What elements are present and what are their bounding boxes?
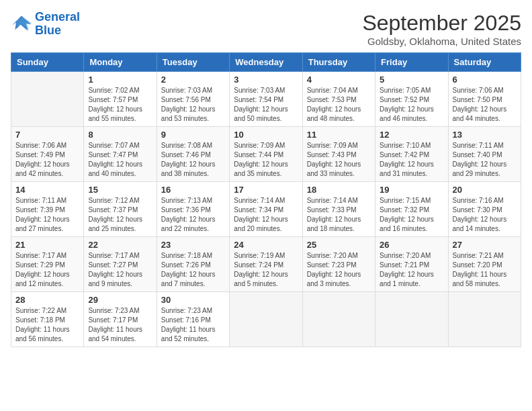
title-section: September 2025 Goldsby, Oklahoma, United… (362, 11, 521, 47)
day-info: Sunrise: 7:09 AM Sunset: 7:44 PM Dayligh… (234, 141, 298, 179)
day-info: Sunrise: 7:02 AM Sunset: 7:57 PM Dayligh… (88, 86, 152, 124)
calendar-cell: 30Sunrise: 7:23 AM Sunset: 7:16 PM Dayli… (157, 292, 229, 347)
calendar-cell: 4Sunrise: 7:04 AM Sunset: 7:53 PM Daylig… (302, 72, 375, 127)
calendar-cell (375, 292, 448, 347)
day-number: 4 (307, 75, 371, 85)
day-number: 30 (161, 295, 225, 305)
day-info: Sunrise: 7:12 AM Sunset: 7:37 PM Dayligh… (88, 196, 152, 234)
day-number: 17 (234, 185, 298, 195)
day-number: 20 (453, 185, 517, 195)
day-number: 25 (307, 240, 371, 250)
calendar-cell: 10Sunrise: 7:09 AM Sunset: 7:44 PM Dayli… (230, 127, 302, 182)
day-number: 11 (307, 130, 371, 140)
day-number: 3 (234, 75, 298, 85)
day-info: Sunrise: 7:05 AM Sunset: 7:52 PM Dayligh… (380, 86, 443, 124)
day-info: Sunrise: 7:21 AM Sunset: 7:20 PM Dayligh… (453, 251, 517, 289)
logo-text: General Blue (35, 11, 80, 38)
day-number: 15 (88, 185, 152, 195)
calendar-cell: 25Sunrise: 7:20 AM Sunset: 7:23 PM Dayli… (302, 237, 375, 292)
calendar-cell (448, 292, 521, 347)
day-number: 6 (453, 75, 517, 85)
day-number: 21 (15, 240, 79, 250)
day-number: 1 (88, 75, 152, 85)
calendar-table: SundayMondayTuesdayWednesdayThursdayFrid… (11, 52, 521, 347)
day-info: Sunrise: 7:08 AM Sunset: 7:46 PM Dayligh… (161, 141, 225, 179)
day-info: Sunrise: 7:14 AM Sunset: 7:34 PM Dayligh… (234, 196, 298, 234)
day-number: 19 (380, 185, 443, 195)
location: Goldsby, Oklahoma, United States (362, 36, 521, 47)
calendar-cell: 23Sunrise: 7:18 AM Sunset: 7:26 PM Dayli… (157, 237, 229, 292)
day-info: Sunrise: 7:11 AM Sunset: 7:40 PM Dayligh… (453, 141, 517, 179)
day-info: Sunrise: 7:03 AM Sunset: 7:56 PM Dayligh… (161, 86, 225, 124)
calendar-cell: 13Sunrise: 7:11 AM Sunset: 7:40 PM Dayli… (448, 127, 521, 182)
calendar-cell: 19Sunrise: 7:15 AM Sunset: 7:32 PM Dayli… (375, 182, 448, 237)
calendar-cell (302, 292, 375, 347)
calendar-cell: 3Sunrise: 7:03 AM Sunset: 7:54 PM Daylig… (230, 72, 302, 127)
day-info: Sunrise: 7:14 AM Sunset: 7:33 PM Dayligh… (307, 196, 371, 234)
header: General Blue September 2025 Goldsby, Okl… (11, 11, 521, 47)
week-row-2: 7Sunrise: 7:06 AM Sunset: 7:49 PM Daylig… (11, 127, 521, 182)
calendar-cell: 2Sunrise: 7:03 AM Sunset: 7:56 PM Daylig… (157, 72, 229, 127)
calendar-cell (230, 292, 302, 347)
day-number: 27 (453, 240, 517, 250)
calendar-cell: 6Sunrise: 7:06 AM Sunset: 7:50 PM Daylig… (448, 72, 521, 127)
calendar-cell: 15Sunrise: 7:12 AM Sunset: 7:37 PM Dayli… (84, 182, 157, 237)
day-number: 13 (453, 130, 517, 140)
day-number: 23 (161, 240, 225, 250)
logo: General Blue (11, 11, 80, 38)
day-number: 16 (161, 185, 225, 195)
day-number: 18 (307, 185, 371, 195)
calendar-cell: 28Sunrise: 7:22 AM Sunset: 7:18 PM Dayli… (11, 292, 84, 347)
day-number: 8 (88, 130, 152, 140)
calendar-cell: 27Sunrise: 7:21 AM Sunset: 7:20 PM Dayli… (448, 237, 521, 292)
day-number: 28 (15, 295, 79, 305)
day-info: Sunrise: 7:07 AM Sunset: 7:47 PM Dayligh… (88, 141, 152, 179)
calendar-cell: 1Sunrise: 7:02 AM Sunset: 7:57 PM Daylig… (84, 72, 157, 127)
calendar-cell: 8Sunrise: 7:07 AM Sunset: 7:47 PM Daylig… (84, 127, 157, 182)
calendar-cell: 20Sunrise: 7:16 AM Sunset: 7:30 PM Dayli… (448, 182, 521, 237)
day-number: 10 (234, 130, 298, 140)
day-number: 29 (88, 295, 152, 305)
calendar-cell: 9Sunrise: 7:08 AM Sunset: 7:46 PM Daylig… (157, 127, 229, 182)
calendar-cell: 17Sunrise: 7:14 AM Sunset: 7:34 PM Dayli… (230, 182, 302, 237)
calendar-cell (11, 72, 84, 127)
day-info: Sunrise: 7:03 AM Sunset: 7:54 PM Dayligh… (234, 86, 298, 124)
day-info: Sunrise: 7:13 AM Sunset: 7:36 PM Dayligh… (161, 196, 225, 234)
column-header-thursday: Thursday (302, 53, 375, 72)
day-number: 2 (161, 75, 225, 85)
calendar-cell: 14Sunrise: 7:11 AM Sunset: 7:39 PM Dayli… (11, 182, 84, 237)
day-info: Sunrise: 7:23 AM Sunset: 7:16 PM Dayligh… (161, 306, 225, 344)
calendar-cell: 21Sunrise: 7:17 AM Sunset: 7:29 PM Dayli… (11, 237, 84, 292)
day-info: Sunrise: 7:10 AM Sunset: 7:42 PM Dayligh… (380, 141, 443, 179)
calendar-cell: 12Sunrise: 7:10 AM Sunset: 7:42 PM Dayli… (375, 127, 448, 182)
day-info: Sunrise: 7:18 AM Sunset: 7:26 PM Dayligh… (161, 251, 225, 289)
column-header-friday: Friday (375, 53, 448, 72)
day-info: Sunrise: 7:15 AM Sunset: 7:32 PM Dayligh… (380, 196, 443, 234)
column-header-tuesday: Tuesday (157, 53, 229, 72)
day-info: Sunrise: 7:23 AM Sunset: 7:17 PM Dayligh… (88, 306, 152, 344)
day-number: 22 (88, 240, 152, 250)
day-info: Sunrise: 7:20 AM Sunset: 7:23 PM Dayligh… (307, 251, 371, 289)
day-number: 5 (380, 75, 443, 85)
week-row-1: 1Sunrise: 7:02 AM Sunset: 7:57 PM Daylig… (11, 72, 521, 127)
calendar-cell: 22Sunrise: 7:17 AM Sunset: 7:27 PM Dayli… (84, 237, 157, 292)
column-header-saturday: Saturday (448, 53, 521, 72)
calendar-cell: 11Sunrise: 7:09 AM Sunset: 7:43 PM Dayli… (302, 127, 375, 182)
calendar-cell: 18Sunrise: 7:14 AM Sunset: 7:33 PM Dayli… (302, 182, 375, 237)
calendar-cell: 26Sunrise: 7:20 AM Sunset: 7:21 PM Dayli… (375, 237, 448, 292)
logo-icon (11, 15, 32, 34)
calendar-cell: 5Sunrise: 7:05 AM Sunset: 7:52 PM Daylig… (375, 72, 448, 127)
week-row-3: 14Sunrise: 7:11 AM Sunset: 7:39 PM Dayli… (11, 182, 521, 237)
day-info: Sunrise: 7:17 AM Sunset: 7:29 PM Dayligh… (15, 251, 79, 289)
day-number: 26 (380, 240, 443, 250)
day-number: 9 (161, 130, 225, 140)
day-info: Sunrise: 7:06 AM Sunset: 7:50 PM Dayligh… (453, 86, 517, 124)
day-info: Sunrise: 7:19 AM Sunset: 7:24 PM Dayligh… (234, 251, 298, 289)
day-number: 14 (15, 185, 79, 195)
week-row-4: 21Sunrise: 7:17 AM Sunset: 7:29 PM Dayli… (11, 237, 521, 292)
day-info: Sunrise: 7:22 AM Sunset: 7:18 PM Dayligh… (15, 306, 79, 344)
day-info: Sunrise: 7:09 AM Sunset: 7:43 PM Dayligh… (307, 141, 371, 179)
calendar-cell: 16Sunrise: 7:13 AM Sunset: 7:36 PM Dayli… (157, 182, 229, 237)
column-header-wednesday: Wednesday (230, 53, 302, 72)
calendar-cell: 29Sunrise: 7:23 AM Sunset: 7:17 PM Dayli… (84, 292, 157, 347)
